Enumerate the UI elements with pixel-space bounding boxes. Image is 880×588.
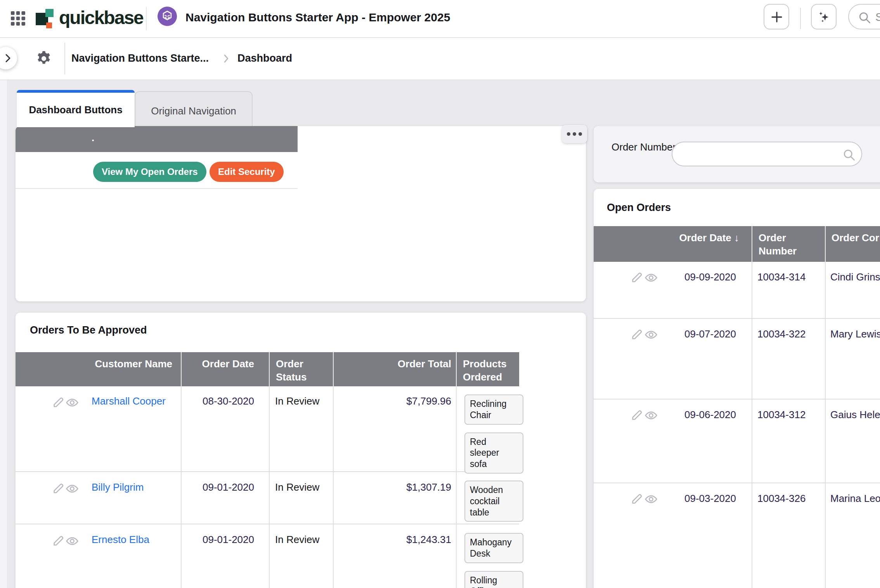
table-row: 09-07-2020 10034-322 Mary Lewis <box>594 319 880 399</box>
col-order-total[interactable]: Order Total <box>333 352 456 386</box>
open-orders-table-header: Order Date ↓ Order Number Order Cor <box>594 226 880 262</box>
global-search-input[interactable] <box>875 7 880 27</box>
top-header: quickbase Navigation Buttons Starter App… <box>0 0 880 38</box>
table-row: Billy Pilgrim 09-01-2020 In Review $1,30… <box>16 472 519 524</box>
product-chip: Mahogany Desk <box>464 533 523 563</box>
table-row: Ernesto Elba 09-01-2020 In Review $1,243… <box>16 524 519 588</box>
order-status-cell: In Review <box>275 534 319 546</box>
sort-descending-icon: ↓ <box>734 232 739 244</box>
order-date-cell: 09-03-2020 <box>594 493 736 505</box>
customer-name-link[interactable]: Marshall Cooper <box>92 395 166 407</box>
tab-dashboard-buttons[interactable]: Dashboard Buttons <box>17 90 135 127</box>
chevron-right-icon <box>3 53 12 63</box>
breadcrumb-chevron-icon <box>220 53 232 64</box>
breadcrumb-divider <box>64 43 65 74</box>
global-search-box[interactable] <box>848 4 880 29</box>
active-tab-accent <box>17 90 135 93</box>
header-divider <box>800 8 801 29</box>
orders-to-be-approved-title: Orders To Be Approved <box>30 324 147 336</box>
table-row: 09-09-2020 10034-314 Cindi Grins <box>594 262 880 319</box>
product-chip: Rolling Office <box>464 571 523 588</box>
widget-bottom-border <box>16 188 298 189</box>
order-number-search-box <box>672 142 862 166</box>
order-number-cell: 10034-312 <box>757 409 806 421</box>
view-my-open-orders-button[interactable]: View My Open Orders <box>93 162 206 182</box>
search-icon <box>842 148 856 162</box>
buttons-widget-card: . View My Open Orders Edit Security <box>16 126 586 301</box>
breadcrumb-current-page: Dashboard <box>237 52 292 64</box>
order-total-cell: $7,799.96 <box>333 395 451 407</box>
order-total-cell: $1,307.19 <box>333 481 451 493</box>
quickbase-logo-icon[interactable] <box>36 9 55 28</box>
logo-teal-square <box>45 9 54 17</box>
order-date-cell: 09-06-2020 <box>594 409 736 421</box>
order-date-cell: 09-09-2020 <box>594 271 736 283</box>
col-products-ordered[interactable]: Products Ordered <box>456 352 519 386</box>
table-row: 09-03-2020 10034-326 Marina Leo <box>594 483 880 588</box>
logo-orange-square <box>46 22 52 28</box>
open-orders-card: Open Orders Order Date ↓ Order Number Or… <box>594 189 880 588</box>
sparkle-icon <box>817 10 831 24</box>
order-date-cell: 09-01-2020 <box>181 481 254 493</box>
ellipsis-icon <box>562 125 587 143</box>
header-divider <box>146 7 147 30</box>
order-number-input[interactable] <box>683 145 835 163</box>
order-contact-cell: Gaius Hele <box>830 409 880 421</box>
add-new-button[interactable] <box>764 4 789 29</box>
orders-table-header: Customer Name Order Date Order Status Or… <box>16 352 519 386</box>
widget-header-bar: . <box>16 126 298 152</box>
products-ordered-cell: Wooden cocktail table <box>464 481 523 529</box>
order-total-cell: $1,243.31 <box>333 534 451 546</box>
edit-record-icon[interactable] <box>52 534 66 548</box>
quickbase-wordmark[interactable]: quickbase <box>59 7 143 28</box>
products-ordered-cell: Reclining Chair Red sleeper sofa <box>464 394 523 481</box>
settings-gear-icon[interactable] <box>35 50 53 67</box>
product-chip: Red sleeper sofa <box>464 432 523 474</box>
order-contact-cell: Marina Leo <box>830 493 880 505</box>
edit-security-button[interactable]: Edit Security <box>210 162 284 182</box>
col-order-contact[interactable]: Order Cor <box>825 226 880 262</box>
ai-assistant-button[interactable] <box>811 4 837 29</box>
col-order-date[interactable]: Order Date <box>181 352 269 386</box>
col-order-number[interactable]: Order Number <box>752 226 825 262</box>
orders-to-be-approved-card: Orders To Be Approved Customer Name Orde… <box>16 313 586 588</box>
page-title: Navigation Buttons Starter App - Empower… <box>185 11 450 24</box>
order-date-cell: 08-30-2020 <box>181 395 254 407</box>
app-icon <box>158 7 177 26</box>
order-status-cell: In Review <box>275 395 319 407</box>
plus-icon <box>770 10 784 24</box>
app-switcher-grid-icon[interactable] <box>11 11 26 26</box>
edit-record-icon[interactable] <box>52 481 66 495</box>
col-customer-name[interactable]: Customer Name <box>16 352 181 386</box>
order-number-cell: 10034-322 <box>757 328 806 340</box>
tab-original-navigation[interactable]: Original Navigation <box>135 91 253 127</box>
view-record-icon[interactable] <box>65 396 79 410</box>
quickbase-dashboard: quickbase Navigation Buttons Starter App… <box>0 0 880 588</box>
order-number-cell: 10034-326 <box>757 493 806 505</box>
order-number-search-card: Order Number <box>594 126 880 182</box>
breadcrumb-app-name[interactable]: Navigation Buttons Starte... <box>71 52 209 64</box>
widget-more-options-button[interactable] <box>562 125 587 143</box>
edit-record-icon[interactable] <box>52 395 66 409</box>
open-orders-title: Open Orders <box>607 202 671 214</box>
collapsed-left-rail <box>0 80 7 588</box>
products-ordered-cell: Mahogany Desk Rolling Office <box>464 533 523 588</box>
product-chip: Wooden cocktail table <box>464 481 523 522</box>
col-order-status[interactable]: Order Status <box>269 352 333 386</box>
order-contact-cell: Mary Lewis <box>830 328 880 340</box>
order-date-cell: 09-01-2020 <box>181 534 254 546</box>
col-order-date-sorted[interactable]: Order Date ↓ <box>594 226 752 262</box>
table-row: Marshall Cooper 08-30-2020 In Review $7,… <box>16 386 519 472</box>
product-chip: Reclining Chair <box>464 394 523 425</box>
order-number-cell: 10034-314 <box>757 271 806 283</box>
expand-sidebar-button[interactable] <box>0 47 17 69</box>
order-date-cell: 09-07-2020 <box>594 328 736 340</box>
search-icon <box>857 10 871 24</box>
order-contact-cell: Cindi Grins <box>830 271 880 283</box>
table-row: 09-06-2020 10034-312 Gaius Hele <box>594 399 880 483</box>
customer-name-link[interactable]: Ernesto Elba <box>92 534 149 546</box>
customer-name-link[interactable]: Billy Pilgrim <box>92 481 144 493</box>
order-status-cell: In Review <box>275 481 319 493</box>
view-record-icon[interactable] <box>65 534 79 548</box>
view-record-icon[interactable] <box>65 482 79 496</box>
